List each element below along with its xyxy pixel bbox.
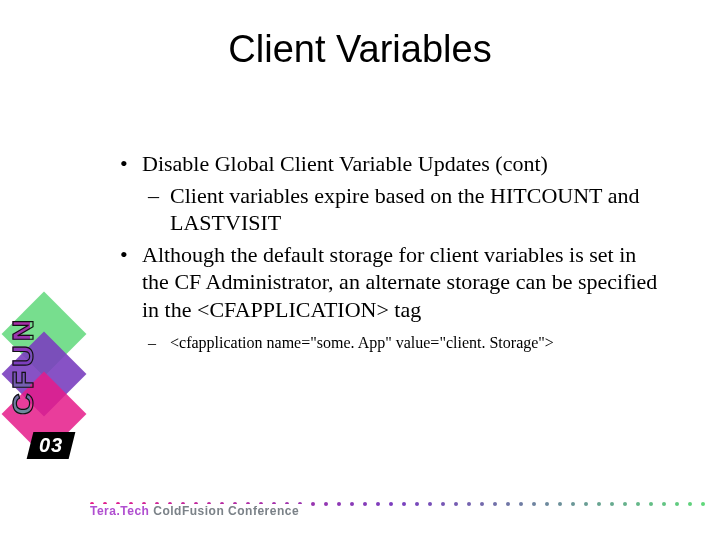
cfun-logo: CFUN 03 (4, 270, 80, 470)
slide-body: Disable Global Client Variable Updates (… (120, 150, 660, 357)
footer-brand-head: Tera.Tech (90, 504, 149, 518)
page-title: Client Variables (0, 28, 720, 71)
bullet-level2-code: <cfapplication name="some. App" value="c… (120, 333, 660, 353)
footer-brand-tail: ColdFusion Conference (149, 504, 299, 518)
footer-brand: Tera.Tech ColdFusion Conference (90, 504, 305, 518)
bullet-level1: Disable Global Client Variable Updates (… (120, 150, 660, 178)
logo-year-badge: 03 (27, 432, 76, 459)
slide: Client Variables Disable Global Client V… (0, 0, 720, 540)
logo-text-cfun: CFUN (6, 270, 30, 460)
bullet-level1: Although the default storage for client … (120, 241, 660, 324)
bullet-level2: Client variables expire based on the HIT… (120, 182, 660, 237)
footer: Tera.Tech ColdFusion Conference (90, 500, 710, 524)
logo-year: 03 (39, 434, 63, 457)
